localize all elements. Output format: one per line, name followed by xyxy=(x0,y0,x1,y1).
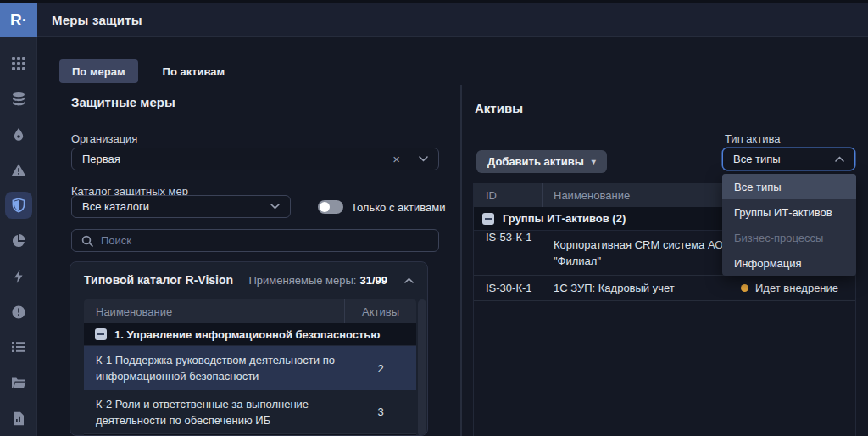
view-tabs: По мерам По активам xyxy=(59,59,237,83)
droplet-icon xyxy=(5,121,32,148)
tab-by-assets[interactable]: По активам xyxy=(150,59,238,83)
dropdown-option-information[interactable]: Информация xyxy=(722,250,856,276)
assets-group-label: Группы ИТ-активов (2) xyxy=(503,212,626,225)
toggle-knob xyxy=(320,202,330,212)
database-icon xyxy=(5,86,32,113)
dropdown-option-all-types[interactable]: Все типы xyxy=(722,174,856,199)
add-assets-button[interactable]: Добавить активы ▾ xyxy=(476,150,607,173)
measures-group-row[interactable]: 1. Управление информационной безопасност… xyxy=(84,323,416,346)
only-with-assets-toggle[interactable] xyxy=(318,200,343,214)
applied-measures-label: Применяемые меры:31/99 xyxy=(249,274,387,287)
sidebar-item-risks[interactable] xyxy=(0,117,37,153)
measure-row[interactable]: К-1 Поддержка руководством деятельности … xyxy=(84,346,416,390)
chevron-up-icon[interactable] xyxy=(835,156,844,162)
alert-circle-icon xyxy=(5,299,32,326)
file-report-icon xyxy=(5,405,32,432)
sidebar-item-events[interactable] xyxy=(0,259,37,294)
window-top-edge xyxy=(0,0,868,3)
sidebar-item-apps[interactable] xyxy=(0,46,37,81)
catalog-card-header: Типовой каталог R-Vision Применяемые мер… xyxy=(70,262,427,296)
dropdown-option-it-asset-groups[interactable]: Группы ИТ-активов xyxy=(722,199,856,225)
sidebar-item-assets[interactable] xyxy=(0,81,37,117)
sidebar-item-documents[interactable] xyxy=(0,365,37,400)
catalog-value: Все каталоги xyxy=(82,200,270,213)
logo-text: R· xyxy=(10,11,27,30)
applied-measures-value: 31/99 xyxy=(359,274,387,287)
collapse-minus-icon[interactable] xyxy=(95,328,107,340)
apps-grid-icon xyxy=(5,50,32,77)
chevron-down-icon[interactable] xyxy=(270,204,280,210)
asset-type-select[interactable]: Все типы xyxy=(722,148,855,170)
clear-icon[interactable]: × xyxy=(392,153,400,165)
search-icon xyxy=(81,235,93,247)
column-name: Наименование xyxy=(84,299,345,323)
search-field[interactable] xyxy=(71,229,439,252)
add-assets-label: Добавить активы xyxy=(487,155,584,168)
left-panel-title: Защитные меры xyxy=(71,95,175,109)
warning-triangle-icon xyxy=(5,156,32,183)
catalog-card: Типовой каталог R-Vision Применяемые мер… xyxy=(70,261,428,436)
column-assets: Активы xyxy=(345,305,416,318)
sidebar-item-reports-pie[interactable] xyxy=(0,223,37,259)
measure-assets-count: 3 xyxy=(345,390,416,433)
sidebar-item-tasks[interactable] xyxy=(0,330,37,366)
pie-chart-icon xyxy=(5,227,32,254)
asset-row[interactable]: IS-30-К-1 1С ЗУП: Кадровый учет Идет вне… xyxy=(474,276,855,301)
page-title: Меры защиты xyxy=(52,3,142,37)
column-id: ID xyxy=(474,183,543,207)
search-input[interactable] xyxy=(101,234,429,247)
panel-divider xyxy=(460,85,462,436)
asset-status: Идет внедрение xyxy=(741,276,855,300)
dropdown-option-business-processes[interactable]: Бизнес-процессы xyxy=(722,225,856,250)
catalog-card-title: Типовой каталог R-Vision xyxy=(84,273,249,287)
scrollbar-track[interactable] xyxy=(418,299,426,436)
only-with-assets-label: Только с активами xyxy=(351,201,445,214)
folder-open-icon xyxy=(5,369,32,396)
status-text: Идет внедрение xyxy=(755,282,838,294)
measures-table-header: Наименование Активы xyxy=(84,299,416,323)
bulleted-list-icon xyxy=(5,333,32,361)
asset-type-dropdown-menu: Все типы Группы ИТ-активов Бизнес-процес… xyxy=(722,174,856,276)
collapse-chevron-icon[interactable] xyxy=(404,277,414,283)
asset-id: IS-30-К-1 xyxy=(474,276,543,300)
asset-type-value: Все типы xyxy=(733,153,835,165)
asset-name: 1С ЗУП: Кадровый учет xyxy=(543,276,741,300)
topbar: R· Меры защиты xyxy=(0,0,868,37)
asset-name: Корпоративная CRM система АО "Филиал" xyxy=(543,231,741,275)
status-dot-icon xyxy=(741,284,748,292)
sidebar-item-incidents[interactable] xyxy=(0,152,37,187)
shield-icon xyxy=(5,192,32,219)
measure-name: К-2 Роли и ответственные за выполнение д… xyxy=(84,390,345,433)
sidebar-item-security-measures[interactable] xyxy=(0,187,37,223)
organization-value: Первая xyxy=(82,153,392,165)
chevron-down-icon[interactable] xyxy=(419,156,428,162)
lightning-icon xyxy=(5,263,32,290)
right-panel-title: Активы xyxy=(475,101,523,115)
tab-by-measures[interactable]: По мерам xyxy=(59,59,138,83)
organization-label: Организация xyxy=(71,132,137,145)
sidebar-nav xyxy=(0,37,37,436)
asset-type-label: Тип актива xyxy=(725,132,781,145)
asset-id: IS-53-К-1 xyxy=(474,231,543,243)
collapse-minus-icon[interactable] xyxy=(482,213,494,225)
sidebar-item-report-file[interactable] xyxy=(0,400,37,436)
caret-down-icon: ▾ xyxy=(592,157,596,166)
measure-row[interactable]: К-2 Роли и ответственные за выполнение д… xyxy=(84,390,416,434)
sidebar-item-alerts[interactable] xyxy=(0,294,37,330)
measure-assets-count: 2 xyxy=(345,346,416,390)
measure-name: К-1 Поддержка руководством деятельности … xyxy=(84,346,345,390)
app-logo[interactable]: R· xyxy=(0,3,37,37)
organization-select[interactable]: Первая × xyxy=(71,148,439,170)
measures-group-label: 1. Управление информационной безопасност… xyxy=(114,328,380,341)
catalog-select[interactable]: Все каталоги xyxy=(71,195,291,218)
measures-table: Наименование Активы 1. Управление информ… xyxy=(84,299,416,436)
